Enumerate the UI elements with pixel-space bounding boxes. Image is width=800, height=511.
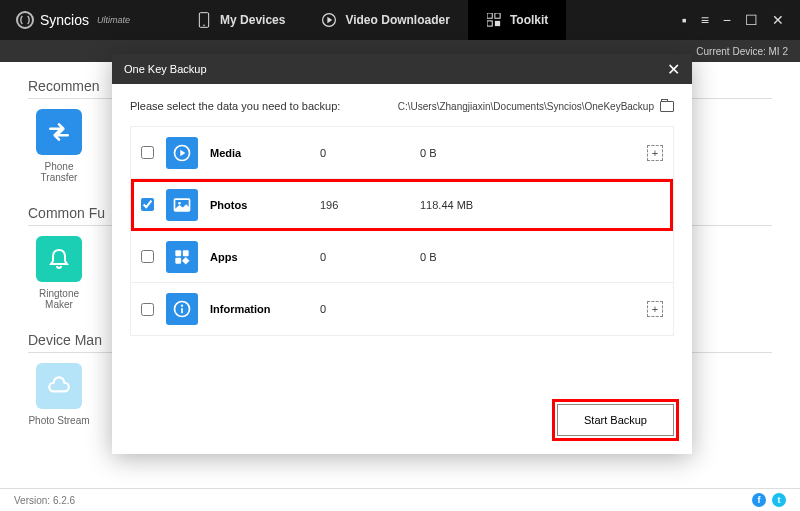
svg-point-9 [178,202,181,205]
twitter-icon[interactable]: t [772,493,786,507]
social-links: f t [752,493,786,507]
titlebar: Syncios Ultimate My Devices Video Downlo… [0,0,800,40]
row-count: 0 [320,147,420,159]
backup-path[interactable]: C:\Users\Zhangjiaxin\Documents\Syncios\O… [398,101,674,112]
checkbox-photos[interactable] [141,198,154,211]
checkbox-media[interactable] [141,146,154,159]
version-label: Version: 6.2.6 [14,495,75,506]
tab-label: My Devices [220,13,285,27]
svg-rect-10 [175,250,181,256]
row-apps[interactable]: Apps 0 0 B [131,231,673,283]
folder-icon[interactable] [660,101,674,112]
brand-name: Syncios [40,12,89,28]
transfer-icon [36,109,82,155]
status-bar: Version: 6.2.6 f t [0,488,800,511]
row-size: 0 B [420,147,437,159]
tile-label: Photo Stream [28,415,89,426]
backup-prompt: Please select the data you need to backu… [130,100,340,112]
tile-label: Phone Transfer [28,161,90,183]
modal-close-button[interactable]: ✕ [667,60,680,79]
maximize-icon[interactable]: ☐ [745,13,758,27]
row-count: 196 [320,199,420,211]
expand-button[interactable]: + [647,145,663,161]
row-size: 0 B [420,251,437,263]
info-icon [166,293,198,325]
media-icon [166,137,198,169]
svg-rect-11 [183,250,189,256]
tile-ringtone-maker[interactable]: Ringtone Maker [28,236,90,310]
tab-my-devices[interactable]: My Devices [178,0,303,40]
row-name: Apps [210,251,320,263]
facebook-icon[interactable]: f [752,493,766,507]
bell-icon [36,236,82,282]
row-photos[interactable]: Photos 196 118.44 MB [131,179,673,231]
play-icon [321,12,337,28]
message-icon[interactable]: ▪ [682,13,687,27]
main-tabs: My Devices Video Downloader Toolkit [178,0,566,40]
expand-button[interactable]: + [647,301,663,317]
svg-rect-5 [487,21,492,26]
tile-photo-stream[interactable]: Photo Stream [28,363,90,426]
menu-icon[interactable]: ≡ [701,13,709,27]
one-key-backup-modal: One Key Backup ✕ Please select the data … [112,54,692,454]
modal-body: Please select the data you need to backu… [112,84,692,394]
tile-label: Ringtone Maker [28,288,90,310]
svg-point-14 [181,305,183,307]
row-count: 0 [320,303,420,315]
svg-point-1 [203,25,205,27]
row-name: Media [210,147,320,159]
svg-rect-12 [175,257,181,263]
row-size: 118.44 MB [420,199,473,211]
modal-footer: Start Backup [112,394,692,454]
svg-rect-6 [495,21,500,26]
tab-label: Video Downloader [345,13,449,27]
start-backup-button[interactable]: Start Backup [557,404,674,436]
modal-title: One Key Backup [124,63,207,75]
row-count: 0 [320,251,420,263]
checkbox-information[interactable] [141,303,154,316]
tab-toolkit[interactable]: Toolkit [468,0,566,40]
row-information[interactable]: Information 0 + [131,283,673,335]
close-icon[interactable]: ✕ [772,13,784,27]
svg-rect-3 [487,13,492,18]
app-logo: Syncios Ultimate [8,11,138,29]
svg-rect-4 [495,13,500,18]
device-icon [196,12,212,28]
photos-icon [166,189,198,221]
brand-sub: Ultimate [97,15,130,25]
row-name: Photos [210,199,320,211]
tile-phone-transfer[interactable]: Phone Transfer [28,109,90,183]
row-name: Information [210,303,320,315]
tab-video-downloader[interactable]: Video Downloader [303,0,467,40]
apps-icon [166,241,198,273]
row-media[interactable]: Media 0 0 B + [131,127,673,179]
backup-list: Media 0 0 B + Photos 196 118.44 MB Apps … [130,126,674,336]
syncios-logo-icon [16,11,34,29]
grid-icon [486,12,502,28]
minimize-icon[interactable]: − [723,13,731,27]
svg-rect-15 [181,308,183,313]
cloud-icon [36,363,82,409]
modal-header: One Key Backup ✕ [112,54,692,84]
current-device-label: Current Device: MI 2 [696,46,788,57]
tab-label: Toolkit [510,13,548,27]
checkbox-apps[interactable] [141,250,154,263]
path-text: C:\Users\Zhangjiaxin\Documents\Syncios\O… [398,101,654,112]
window-controls: ▪ ≡ − ☐ ✕ [682,13,792,27]
